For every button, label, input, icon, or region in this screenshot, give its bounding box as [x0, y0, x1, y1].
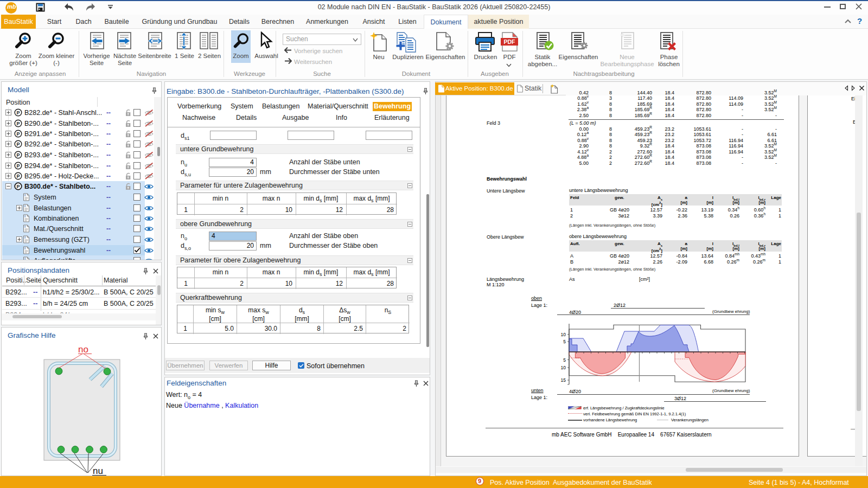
- svg-text:PDF: PDF: [504, 38, 516, 45]
- svg-text:15: 15: [561, 377, 566, 383]
- svg-text:P: P: [16, 184, 20, 189]
- svg-text:5: 5: [563, 339, 566, 344]
- svg-text:P: P: [16, 121, 20, 126]
- svg-text:P: P: [16, 174, 20, 179]
- svg-text:P: P: [16, 131, 20, 137]
- svg-text:5: 5: [563, 357, 566, 363]
- svg-text:10: 10: [561, 365, 566, 370]
- svg-text:nu: nu: [93, 466, 103, 476]
- svg-text:P: P: [16, 163, 20, 169]
- svg-text:10: 10: [561, 332, 566, 337]
- svg-text:P: P: [16, 142, 20, 147]
- svg-text:P: P: [16, 110, 20, 115]
- svg-text:P: P: [16, 152, 20, 158]
- svg-text:no: no: [78, 344, 88, 355]
